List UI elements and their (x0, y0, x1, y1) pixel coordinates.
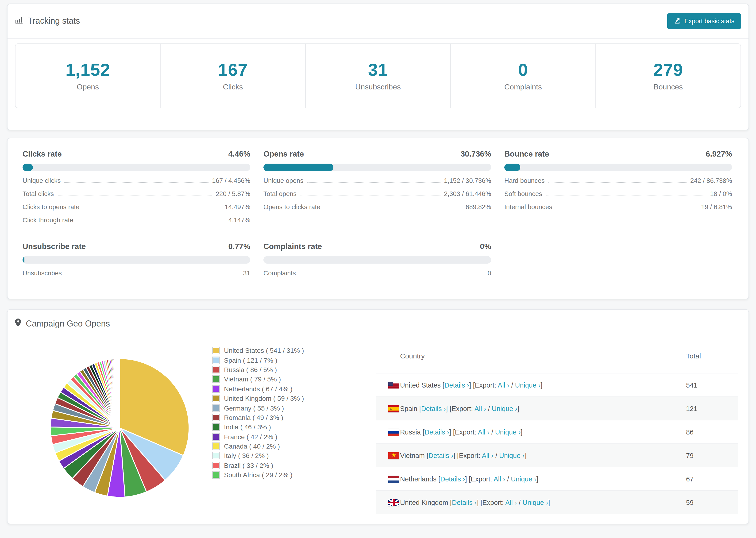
legend-item[interactable]: Canada ( 40 / 2% ) (213, 442, 376, 451)
details-link[interactable]: Details › (440, 475, 465, 483)
legend-label: United Kingdom ( 59 / 3% ) (224, 395, 304, 402)
legend-swatch (213, 462, 219, 469)
rate-detail-rows: Unique opens 1,152 / 30.736% Total opens… (263, 177, 491, 217)
rate-detail-rows: Hard bounces 242 / 86.738% Soft bounces … (504, 177, 732, 217)
export-unique-link[interactable]: Unique › (492, 405, 517, 412)
detail-label: Total clicks (23, 190, 54, 197)
legend-label: Russia ( 86 / 5% ) (224, 366, 277, 373)
details-link[interactable]: Details › (428, 452, 453, 459)
details-link[interactable]: Details › (445, 381, 469, 389)
details-link[interactable]: Details › (432, 522, 457, 522)
rate-detail-rows: Unsubscribes 31 (23, 270, 250, 283)
legend-item[interactable]: Brazil ( 33 / 2% ) (213, 460, 376, 470)
export-all-link[interactable]: All › (494, 475, 505, 483)
rate-value: 6.927% (706, 149, 732, 158)
legend-item[interactable]: France ( 42 / 2% ) (213, 432, 376, 442)
table-row: United States [Details ›] [Export: All ›… (376, 373, 738, 397)
dotted-leader (324, 209, 462, 209)
detail-label: Opens to clicks rate (263, 203, 320, 211)
export-all-link[interactable]: All › (498, 381, 510, 389)
legend-item[interactable]: India ( 46 / 3% ) (213, 422, 376, 432)
legend-swatch (213, 405, 219, 411)
detail-value: 18 / 0% (710, 190, 732, 197)
country-flag-icon (388, 429, 399, 436)
rate-value: 0% (480, 242, 491, 251)
country-cell: Spain [Details ›] [Export: All › / Uniqu… (400, 397, 685, 420)
detail-value: 4.147% (228, 217, 250, 224)
legend-label: Romania ( 49 / 3% ) (224, 414, 283, 421)
detail-value: 220 / 5.87% (216, 190, 250, 197)
export-all-link[interactable]: All › (478, 428, 490, 436)
detail-label: Internal bounces (504, 203, 552, 211)
details-link[interactable]: Details › (452, 499, 477, 506)
progress-bar (263, 164, 491, 171)
legend-item[interactable]: Romania ( 49 / 3% ) (213, 413, 376, 422)
country-flag-icon (388, 476, 399, 483)
rate-title: Clicks rate (23, 149, 62, 158)
country-cell: United States [Details ›] [Export: All ›… (400, 373, 685, 397)
geo-pie-wrap (8, 338, 213, 522)
export-unique-link[interactable]: Unique › (495, 428, 521, 436)
dotted-leader (549, 183, 686, 183)
legend-item[interactable]: Russia ( 86 / 5% ) (213, 365, 376, 375)
country-name: Spain (400, 405, 417, 412)
tracking-stats-card: Tracking stats Export basic stats 1,152 (7, 4, 749, 130)
export-unique-link[interactable]: Unique › (499, 452, 525, 459)
map-marker-icon (15, 319, 21, 329)
stat-box: 167 Clicks (160, 44, 305, 108)
legend-item[interactable]: Netherlands ( 67 / 4% ) (213, 384, 376, 394)
dotted-leader (77, 222, 225, 222)
detail-label: Clicks to opens rate (23, 203, 80, 211)
legend-item[interactable]: United States ( 541 / 31% ) (213, 346, 376, 355)
rate-value: 30.736% (460, 149, 491, 158)
export-unique-link[interactable]: Unique › (515, 381, 541, 389)
rate-detail-row: Internal bounces 19 / 6.81% (504, 203, 732, 217)
progress-bar (504, 164, 732, 171)
legend-item[interactable]: Vietnam ( 79 / 5% ) (213, 374, 376, 384)
rate-detail-row: Clicks to opens rate 14.497% (23, 203, 250, 217)
flag-column-header (376, 338, 400, 373)
stats-group: 1,152 Opens 167 Clicks 31 Unsubscribes (15, 43, 741, 108)
legend-swatch (213, 414, 219, 421)
export-all-link[interactable]: All › (474, 405, 486, 412)
stat-value: 279 (653, 60, 683, 80)
country-column-header: Country (400, 338, 685, 373)
export-all-link[interactable]: All › (482, 452, 494, 459)
export-unique-link[interactable]: Unique › (511, 475, 536, 483)
legend-swatch (213, 424, 219, 430)
legend-item[interactable]: Germany ( 55 / 3% ) (213, 403, 376, 413)
legend-swatch (213, 386, 219, 392)
export-unique-link[interactable]: Unique › (502, 522, 528, 522)
dotted-leader (546, 195, 706, 196)
export-all-link[interactable]: All › (485, 522, 497, 522)
table-header-row: Country Total (376, 338, 738, 373)
progress-fill (504, 164, 520, 171)
country-name: Germany (400, 522, 428, 522)
details-link[interactable]: Details › (424, 428, 449, 436)
detail-value: 242 / 86.738% (690, 177, 732, 184)
legend-swatch (213, 453, 219, 459)
legend-item[interactable]: Italy ( 36 / 2% ) (213, 451, 376, 461)
stat-label: Opens (77, 83, 99, 91)
total-cell: 59 (685, 491, 738, 514)
details-link[interactable]: Details › (421, 405, 446, 412)
geo-pie-chart[interactable] (47, 355, 192, 501)
rate-detail-row: Total opens 2,303 / 61.446% (263, 190, 491, 203)
legend-swatch (213, 376, 219, 383)
legend-swatch (213, 357, 219, 363)
export-unique-link[interactable]: Unique › (523, 499, 548, 506)
detail-label: Total opens (263, 190, 297, 197)
legend-item[interactable]: United Kingdom ( 59 / 3% ) (213, 394, 376, 403)
export-basic-stats-button[interactable]: Export basic stats (668, 13, 741, 29)
country-cell: Russia [Details ›] [Export: All › / Uniq… (400, 420, 685, 444)
export-all-link[interactable]: All › (505, 499, 517, 506)
legend-swatch (213, 443, 219, 450)
legend-item[interactable]: Spain ( 121 / 7% ) (213, 355, 376, 365)
detail-value: 689.82% (465, 203, 491, 211)
rate-title: Opens rate (263, 149, 304, 158)
stat-value: 0 (518, 60, 528, 80)
legend-item[interactable]: South Africa ( 29 / 2% ) (213, 470, 376, 480)
geo-country-table: Country Total United States [De (376, 338, 738, 522)
rate-value: 0.77% (228, 242, 250, 251)
legend-label: United States ( 541 / 31% ) (224, 347, 304, 354)
